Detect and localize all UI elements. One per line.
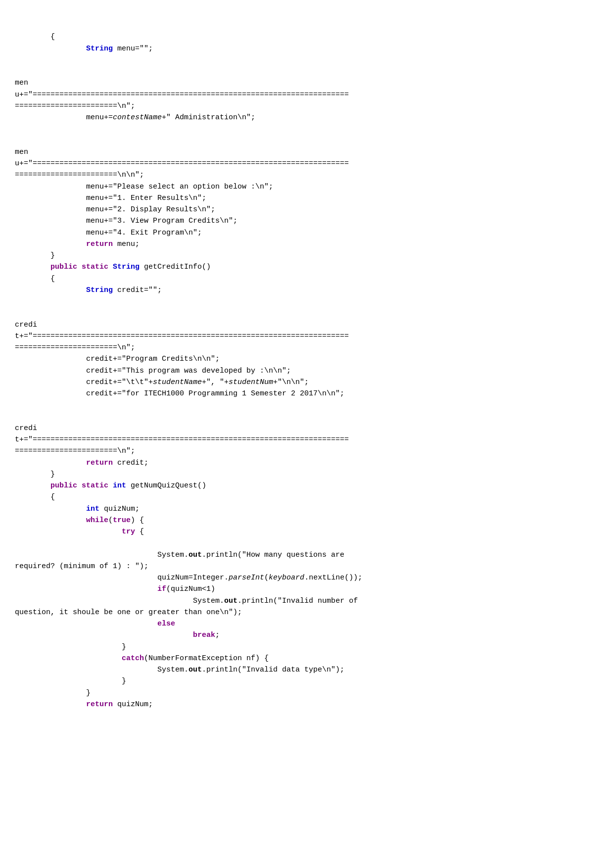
code-line: public static int getNumQuizQuest() (15, 482, 206, 490)
code-line: menu+="4. Exit Program\n"; (15, 229, 202, 237)
code-line: return credit; (15, 459, 148, 467)
code-line: { (15, 33, 55, 41)
code-line: credit+="for ITECH1000 Programming 1 Sem… (15, 389, 344, 398)
code-line: break; (15, 631, 220, 639)
code-line: =======================\n\n"; (15, 171, 144, 179)
code-line: public static String getCreditInfo() (15, 263, 211, 271)
code-line: question, it shoule be one or greater th… (15, 608, 242, 617)
code-line: } (15, 251, 55, 260)
code-line: quizNum=Integer.parseInt(keyboard.nextLi… (15, 574, 362, 582)
code-line: required? (minimum of 1) : "); (15, 562, 148, 571)
code-line: =======================\n"; (15, 343, 135, 352)
code-line: u+="====================================… (15, 159, 349, 168)
code-line: credi (15, 321, 37, 329)
code-line: } (15, 677, 126, 685)
code-line: System.out.println("Invalid data type\n"… (15, 666, 344, 674)
code-line: t+="====================================… (15, 332, 349, 340)
code-line: if(quizNum<1) (15, 585, 215, 593)
code-line: t+="====================================… (15, 435, 349, 444)
code-line: { (15, 275, 55, 283)
code-line: menu+="2. Display Results\n"; (15, 205, 215, 214)
code-line: menu+="1. Enter Results\n"; (15, 194, 206, 202)
code-line: System.out.println("Invalid number of (15, 597, 358, 605)
code-line: u+="====================================… (15, 91, 349, 99)
code-line: int quizNum; (15, 505, 140, 513)
code-line: } (15, 643, 126, 651)
code-line: return quizNum; (15, 700, 153, 709)
code-line: menu+=contestName+" Administration\n"; (15, 113, 255, 122)
code-line: credit+="This program was developed by :… (15, 367, 291, 375)
code-line: credit+="Program Credits\n\n"; (15, 355, 220, 363)
code-line: String menu=""; (15, 45, 153, 53)
code-line: men (15, 79, 28, 87)
code-line: } (15, 470, 55, 479)
code-line: credit+="\t\t"+studentName+", "+studentN… (15, 378, 309, 386)
code-line: try { (15, 528, 144, 536)
code-line: =======================\n"; (15, 102, 135, 110)
code-line: menu+="Please select an option below :\n… (15, 183, 273, 191)
code-line: return menu; (15, 240, 140, 248)
code-line: =======================\n"; (15, 447, 135, 455)
code-line: String credit=""; (15, 286, 162, 294)
code-line: System.out.println("How many questions a… (15, 551, 344, 559)
code-editor: { String menu=""; men u+="==============… (15, 20, 599, 710)
code-line: } (15, 689, 91, 697)
code-line: { (15, 493, 55, 501)
code-line: menu+="3. View Program Credits\n"; (15, 217, 237, 225)
code-line: men (15, 148, 28, 156)
code-line: else (15, 620, 175, 628)
code-line: while(true) { (15, 516, 144, 525)
code-line: credi (15, 424, 37, 433)
code-line: catch(NumberFormatException nf) { (15, 654, 269, 663)
